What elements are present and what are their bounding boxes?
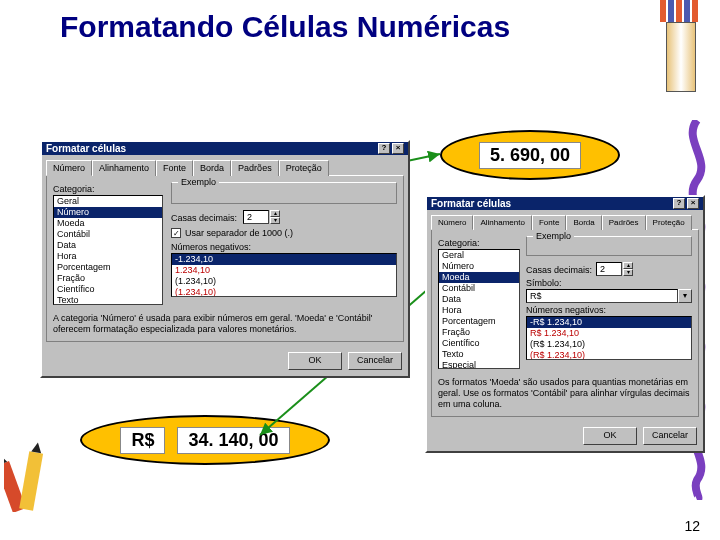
tab-alinhamento[interactable]: Alinhamento bbox=[473, 215, 531, 230]
category-item[interactable]: Contábil bbox=[54, 229, 162, 240]
category-item[interactable]: Fração bbox=[439, 327, 519, 338]
tabs: Número Alinhamento Fonte Borda Padrões P… bbox=[46, 159, 404, 175]
callout-moeda: R$ 34. 140, 00 bbox=[80, 415, 330, 465]
neg-item[interactable]: (1.234,10) bbox=[172, 276, 396, 287]
checkbox-separador-label: Usar separador de 1000 (.) bbox=[185, 228, 293, 238]
category-item[interactable]: Texto bbox=[54, 295, 162, 305]
simbolo-input[interactable]: R$ bbox=[526, 289, 678, 303]
crayons-top-icon bbox=[660, 0, 700, 90]
dialog-title: Formatar células bbox=[431, 198, 511, 209]
spin-up-icon[interactable]: ▴ bbox=[623, 262, 633, 269]
category-item[interactable]: Moeda bbox=[439, 272, 519, 283]
neg-item[interactable]: -1.234,10 bbox=[172, 254, 396, 265]
dialog-formatar-numero: Formatar células ? × Número Alinhamento … bbox=[40, 140, 410, 378]
neg-item[interactable]: (R$ 1.234,10) bbox=[527, 350, 691, 360]
tab-numero[interactable]: Número bbox=[46, 160, 92, 176]
neg-item[interactable]: -R$ 1.234,10 bbox=[527, 317, 691, 328]
page-title: Formatando Células Numéricas bbox=[60, 10, 510, 44]
category-item[interactable]: Texto bbox=[439, 349, 519, 360]
help-button[interactable]: ? bbox=[673, 198, 685, 209]
label-casasdec: Casas decimais: bbox=[526, 265, 592, 275]
description: Os formatos 'Moeda' são usados para quan… bbox=[438, 377, 692, 410]
casas-decimais-input[interactable]: 2 bbox=[243, 210, 269, 224]
page-number: 12 bbox=[684, 518, 700, 534]
description: A categoria 'Número' é usada para exibir… bbox=[53, 313, 397, 335]
tab-borda[interactable]: Borda bbox=[566, 215, 601, 230]
close-button[interactable]: × bbox=[392, 143, 404, 154]
callout-moeda-value: 34. 140, 00 bbox=[177, 427, 289, 454]
label-casasdec: Casas decimais: bbox=[171, 213, 237, 223]
label-categoria: Categoria: bbox=[438, 238, 520, 248]
tab-fonte[interactable]: Fonte bbox=[156, 160, 193, 176]
ok-button[interactable]: OK bbox=[288, 352, 342, 370]
spin-up-icon[interactable]: ▴ bbox=[270, 210, 280, 217]
group-exemplo-title: Exemplo bbox=[178, 177, 219, 187]
help-button[interactable]: ? bbox=[378, 143, 390, 154]
negativos-list[interactable]: -1.234,10 1.234,10 (1.234,10) (1.234,10) bbox=[171, 253, 397, 297]
crayons-bottom-icon bbox=[4, 422, 64, 512]
ok-button[interactable]: OK bbox=[583, 427, 637, 445]
category-item[interactable]: Data bbox=[439, 294, 519, 305]
tab-protecao[interactable]: Proteção bbox=[646, 215, 692, 230]
callout-numero-value: 5. 690, 00 bbox=[479, 142, 581, 169]
titlebar[interactable]: Formatar células ? × bbox=[42, 142, 408, 155]
svg-marker-3 bbox=[31, 442, 43, 454]
category-item[interactable]: Data bbox=[54, 240, 162, 251]
tab-protecao[interactable]: Proteção bbox=[279, 160, 329, 176]
callout-moeda-prefix: R$ bbox=[120, 427, 165, 454]
neg-item[interactable]: R$ 1.234,10 bbox=[527, 328, 691, 339]
category-item[interactable]: Especial bbox=[439, 360, 519, 369]
group-exemplo: Exemplo bbox=[526, 236, 692, 256]
category-item[interactable]: Contábil bbox=[439, 283, 519, 294]
close-button[interactable]: × bbox=[687, 198, 699, 209]
dialog-formatar-moeda: Formatar células ? × Número Alinhamento … bbox=[425, 195, 705, 453]
casas-decimais-input[interactable]: 2 bbox=[596, 262, 622, 276]
category-item[interactable]: Moeda bbox=[54, 218, 162, 229]
category-item[interactable]: Geral bbox=[54, 196, 162, 207]
category-item[interactable]: Fração bbox=[54, 273, 162, 284]
neg-item[interactable]: (R$ 1.234,10) bbox=[527, 339, 691, 350]
negativos-list[interactable]: -R$ 1.234,10 R$ 1.234,10 (R$ 1.234,10) (… bbox=[526, 316, 692, 360]
category-item[interactable]: Científico bbox=[54, 284, 162, 295]
titlebar[interactable]: Formatar células ? × bbox=[427, 197, 703, 210]
dialog-title: Formatar células bbox=[46, 143, 126, 154]
checkbox-separador[interactable]: ✓ bbox=[171, 228, 181, 238]
neg-item[interactable]: 1.234,10 bbox=[172, 265, 396, 276]
category-item[interactable]: Número bbox=[439, 261, 519, 272]
category-item[interactable]: Hora bbox=[439, 305, 519, 316]
tab-fonte[interactable]: Fonte bbox=[532, 215, 566, 230]
group-exemplo-title: Exemplo bbox=[533, 231, 574, 241]
tabs: Número Alinhamento Fonte Borda Padrões P… bbox=[431, 214, 699, 229]
cancel-button[interactable]: Cancelar bbox=[643, 427, 697, 445]
tab-padroes[interactable]: Padrões bbox=[231, 160, 279, 176]
label-simbolo: Símbolo: bbox=[526, 278, 692, 288]
category-item[interactable]: Geral bbox=[439, 250, 519, 261]
cancel-button[interactable]: Cancelar bbox=[348, 352, 402, 370]
svg-rect-2 bbox=[19, 451, 43, 511]
label-neg: Números negativos: bbox=[526, 305, 692, 315]
callout-numero: 5. 690, 00 bbox=[440, 130, 620, 180]
category-list[interactable]: Geral Número Moeda Contábil Data Hora Po… bbox=[53, 195, 163, 305]
tab-alinhamento[interactable]: Alinhamento bbox=[92, 160, 156, 176]
category-item[interactable]: Científico bbox=[439, 338, 519, 349]
tab-padroes[interactable]: Padrões bbox=[602, 215, 646, 230]
category-item[interactable]: Número bbox=[54, 207, 162, 218]
group-exemplo: Exemplo bbox=[171, 182, 397, 204]
category-item[interactable]: Porcentagem bbox=[54, 262, 162, 273]
category-list[interactable]: Geral Número Moeda Contábil Data Hora Po… bbox=[438, 249, 520, 369]
neg-item[interactable]: (1.234,10) bbox=[172, 287, 396, 297]
category-item[interactable]: Hora bbox=[54, 251, 162, 262]
tab-borda[interactable]: Borda bbox=[193, 160, 231, 176]
tab-numero[interactable]: Número bbox=[431, 215, 473, 230]
chevron-down-icon[interactable]: ▾ bbox=[678, 289, 692, 303]
label-neg: Números negativos: bbox=[171, 242, 397, 252]
spin-down-icon[interactable]: ▾ bbox=[623, 269, 633, 276]
spin-down-icon[interactable]: ▾ bbox=[270, 217, 280, 224]
category-item[interactable]: Porcentagem bbox=[439, 316, 519, 327]
label-categoria: Categoria: bbox=[53, 184, 163, 194]
